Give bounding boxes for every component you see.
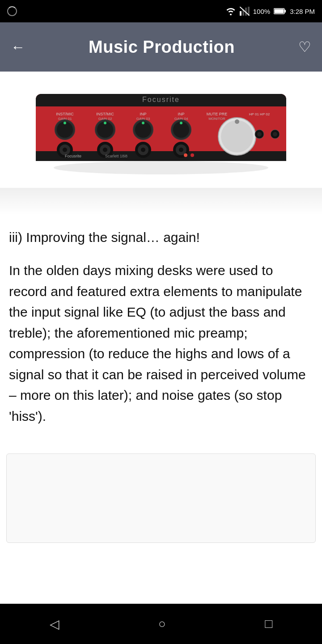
- svg-text:Focusrite: Focusrite: [142, 96, 180, 103]
- signal-off-icon: [240, 7, 250, 16]
- time-display: 3:28 PM: [290, 8, 315, 15]
- svg-point-21: [63, 148, 67, 152]
- svg-point-57: [191, 153, 194, 157]
- svg-text:HP 01  HP 02: HP 01 HP 02: [249, 112, 270, 116]
- svg-rect-7: [275, 9, 284, 13]
- text-content: iii) Improving the signal… again! In the…: [0, 224, 322, 449]
- svg-point-34: [142, 122, 144, 124]
- svg-point-55: [273, 132, 277, 136]
- status-bar-right: 100% 3:28 PM: [225, 7, 315, 16]
- svg-text:MUTE  PRE: MUTE PRE: [207, 112, 228, 116]
- svg-text:INP: INP: [140, 112, 146, 116]
- svg-point-53: [257, 132, 262, 136]
- svg-point-18: [64, 122, 66, 124]
- svg-text:Focusrite: Focusrite: [65, 154, 81, 158]
- battery-icon: [274, 8, 286, 15]
- spinner-icon: [7, 6, 17, 16]
- bottom-card: [6, 453, 316, 543]
- app-bar: ← Music Production ♡: [0, 22, 322, 72]
- nav-back-button[interactable]: ◁: [50, 617, 59, 631]
- device-image-container: Focusrite INST/MIC GAIN 01 INST/MIC GAIN…: [0, 72, 322, 188]
- svg-text:INST/MIC: INST/MIC: [96, 112, 114, 116]
- back-button[interactable]: ←: [11, 39, 25, 55]
- image-reflection: [0, 188, 322, 215]
- svg-point-29: [103, 148, 107, 152]
- svg-point-37: [141, 148, 145, 152]
- nav-recent-button[interactable]: □: [265, 617, 272, 631]
- section-title: iii) Improving the signal… again!: [9, 228, 313, 247]
- content-area: Focusrite INST/MIC GAIN 01 INST/MIC GAIN…: [0, 72, 322, 543]
- focusrite-scarlett-image: Focusrite INST/MIC GAIN 01 INST/MIC GAIN…: [31, 85, 291, 183]
- battery-percentage: 100%: [253, 8, 270, 15]
- svg-rect-6: [284, 10, 286, 13]
- svg-point-49: [221, 120, 253, 153]
- svg-marker-0: [240, 11, 242, 16]
- page-title: Music Production: [89, 38, 235, 57]
- svg-point-26: [104, 122, 106, 124]
- svg-point-56: [184, 153, 187, 157]
- section-body: In the olden days mixing desks were used…: [9, 260, 313, 427]
- favorite-button[interactable]: ♡: [298, 38, 311, 55]
- svg-text:INP: INP: [178, 112, 184, 116]
- svg-point-45: [179, 148, 183, 152]
- status-bar-left: [7, 6, 17, 16]
- svg-text:Scarlett 18i8: Scarlett 18i8: [105, 154, 127, 158]
- svg-text:MONITOR: MONITOR: [208, 117, 225, 121]
- wifi-icon: [225, 7, 236, 15]
- nav-bar: ◁ ○ □: [0, 604, 322, 644]
- nav-home-button[interactable]: ○: [158, 617, 166, 631]
- svg-point-50: [235, 119, 239, 124]
- svg-text:INST/MIC: INST/MIC: [56, 112, 74, 116]
- svg-point-60: [54, 161, 268, 174]
- status-bar: 100% 3:28 PM: [0, 0, 322, 22]
- svg-point-42: [180, 122, 182, 124]
